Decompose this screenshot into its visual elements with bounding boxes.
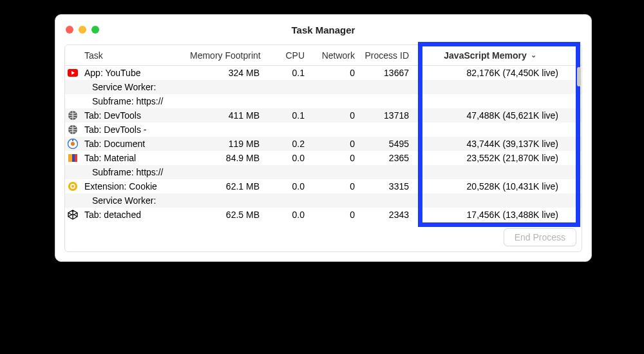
cell-task: Tab: DevTools <box>80 110 186 121</box>
cell-pid: 3315 <box>359 181 413 192</box>
cell-memory: 324 MB <box>186 68 263 78</box>
cell-memory: 119 MB <box>186 139 263 149</box>
task-table-panel: Task Memory Footprint CPU Network Proces… <box>64 44 582 252</box>
material-icon <box>68 153 78 163</box>
cell-js-memory: 47,488K (45,621K live) <box>413 110 567 121</box>
table-row[interactable]: Subframe: https:// <box>65 94 582 108</box>
youtube-icon <box>68 68 78 78</box>
cell-js-memory: 43,744K (39,137K live) <box>413 139 567 149</box>
cell-task: Subframe: https:// <box>80 167 186 177</box>
cell-network: 0 <box>308 68 359 78</box>
row-icon <box>65 210 80 220</box>
window-title: Task Manager <box>55 25 591 35</box>
row-icon <box>65 139 80 149</box>
cell-task: Tab: detached <box>80 210 186 220</box>
cell-network: 0 <box>308 153 359 163</box>
cookie-icon <box>68 181 78 192</box>
cell-pid: 2343 <box>359 210 413 220</box>
cell-pid: 5495 <box>359 139 413 149</box>
col-cpu[interactable]: CPU <box>263 50 308 61</box>
cell-memory: 62.5 MB <box>186 210 263 220</box>
row-icon <box>65 68 80 78</box>
cell-cpu: 0.1 <box>263 68 308 78</box>
svg-point-4 <box>71 142 75 146</box>
table-row[interactable]: Tab: DevTools - <box>65 123 582 137</box>
end-process-button[interactable]: End Process <box>504 228 576 246</box>
codepen-icon <box>68 210 78 220</box>
table-row[interactable]: Tab: DevTools411 MB0.101371847,488K (45,… <box>65 108 582 123</box>
table-row[interactable]: App: YouTube324 MB0.101366782,176K (74,4… <box>65 66 582 80</box>
scrollbar-thumb[interactable] <box>577 67 581 86</box>
cell-memory: 62.1 MB <box>186 181 263 192</box>
cell-pid: 13667 <box>359 68 413 78</box>
cell-network: 0 <box>308 181 359 192</box>
svg-rect-5 <box>72 139 73 141</box>
task-manager-window: Task Manager Task Memory Footprint CPU N… <box>55 14 592 262</box>
traffic-lights <box>66 26 99 34</box>
table-row[interactable]: Service Worker: <box>65 193 582 208</box>
row-icon <box>65 124 80 135</box>
cell-task: App: YouTube <box>80 68 186 78</box>
close-icon[interactable] <box>66 26 73 34</box>
col-network[interactable]: Network <box>308 50 359 61</box>
table-row[interactable]: Tab: Material84.9 MB0.00236523,552K (21,… <box>65 151 582 165</box>
titlebar: Task Manager <box>55 15 591 44</box>
row-icon <box>65 181 80 192</box>
cell-network: 0 <box>308 210 359 220</box>
cell-pid: 2365 <box>359 153 413 163</box>
cell-cpu: 0.0 <box>263 210 308 220</box>
cell-cpu: 0.2 <box>263 139 308 149</box>
table-row[interactable]: Tab: detached62.5 MB0.00234317,456K (13,… <box>65 208 582 222</box>
table-footer: End Process <box>65 222 582 251</box>
row-icon <box>65 110 80 121</box>
cell-cpu: 0.0 <box>263 153 308 163</box>
table-row[interactable]: Subframe: https:// <box>65 165 582 179</box>
globe-dark-icon <box>68 110 78 121</box>
cell-network: 0 <box>308 110 359 121</box>
col-js-memory-label: JavaScript Memory <box>444 50 526 61</box>
table-row[interactable]: Tab: Document119 MB0.20549543,744K (39,1… <box>65 137 582 151</box>
doc-icon <box>68 139 78 149</box>
row-icon <box>65 153 80 163</box>
chevron-down-icon: ⌄ <box>531 51 536 59</box>
cell-network: 0 <box>308 139 359 149</box>
svg-point-11 <box>71 185 74 188</box>
cell-task: Tab: DevTools - <box>80 124 186 135</box>
svg-rect-8 <box>75 154 77 162</box>
minimize-icon[interactable] <box>79 26 86 34</box>
col-process-id[interactable]: Process ID <box>359 50 413 61</box>
cell-cpu: 0.1 <box>263 110 308 121</box>
cell-js-memory: 17,456K (13,488K live) <box>413 210 567 220</box>
cell-pid: 13718 <box>359 110 413 121</box>
table-body: App: YouTube324 MB0.101366782,176K (74,4… <box>65 66 582 222</box>
task-table: Task Memory Footprint CPU Network Proces… <box>65 45 582 222</box>
cell-memory: 84.9 MB <box>186 153 263 163</box>
cell-js-memory: 20,528K (10,431K live) <box>413 181 567 192</box>
table-header: Task Memory Footprint CPU Network Proces… <box>65 45 582 66</box>
col-js-memory[interactable]: JavaScript Memory ⌄ <box>413 50 567 61</box>
cell-task: Extension: Cookie <box>80 181 186 192</box>
cell-js-memory: 82,176K (74,450K live) <box>413 68 567 78</box>
table-row[interactable]: Service Worker: <box>65 80 582 94</box>
svg-rect-7 <box>72 154 75 162</box>
cell-task: Tab: Material <box>80 153 186 163</box>
cell-task: Tab: Document <box>80 139 186 149</box>
col-memory[interactable]: Memory Footprint <box>186 50 263 61</box>
zoom-icon[interactable] <box>91 26 99 34</box>
cell-task: Service Worker: <box>80 82 186 92</box>
col-task[interactable]: Task <box>80 50 186 61</box>
cell-task: Service Worker: <box>80 195 186 206</box>
cell-task: Subframe: https:// <box>80 96 186 106</box>
svg-rect-6 <box>68 154 72 162</box>
cell-memory: 411 MB <box>186 110 263 121</box>
globe-dark-icon <box>68 124 78 135</box>
cell-cpu: 0.0 <box>263 181 308 192</box>
table-row[interactable]: Extension: Cookie62.1 MB0.00331520,528K … <box>65 179 582 193</box>
cell-js-memory: 23,552K (21,870K live) <box>413 153 567 163</box>
